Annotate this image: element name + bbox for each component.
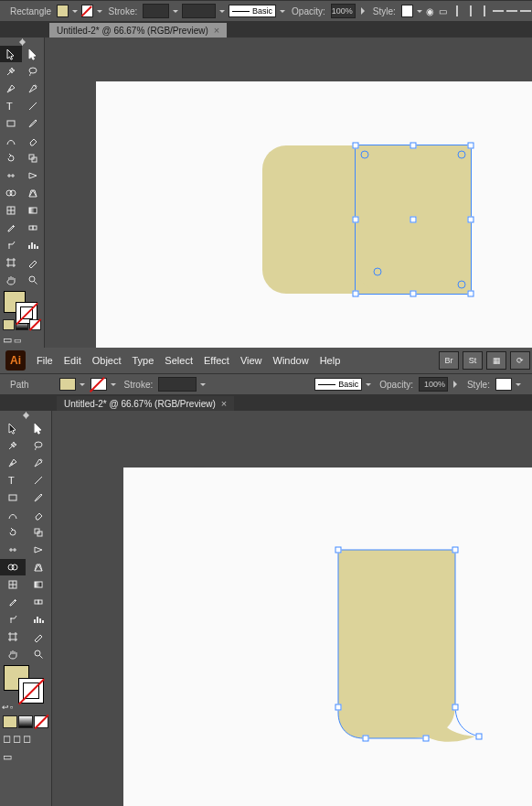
artboard[interactable] bbox=[96, 81, 532, 349]
color-proxy[interactable] bbox=[0, 665, 51, 700]
blend-tool[interactable] bbox=[27, 594, 52, 610]
gpu-icon[interactable]: ⟳ bbox=[510, 351, 530, 370]
shaper-tool[interactable] bbox=[0, 133, 22, 149]
stroke-swatch[interactable] bbox=[90, 378, 107, 391]
brush-dd[interactable] bbox=[280, 8, 283, 14]
mesh-tool[interactable] bbox=[0, 202, 22, 219]
stroke-weight-field[interactable] bbox=[158, 377, 197, 392]
menu-type[interactable]: Type bbox=[127, 355, 160, 366]
corner-widget-bl[interactable] bbox=[374, 268, 382, 276]
shape-rounded-rect-selected[interactable] bbox=[356, 145, 471, 294]
fill-dd[interactable] bbox=[80, 382, 85, 387]
line-tool[interactable] bbox=[27, 472, 52, 489]
stroke-swatch[interactable] bbox=[81, 5, 93, 17]
vsp-dd[interactable] bbox=[219, 8, 223, 14]
rotate-tool[interactable] bbox=[0, 150, 22, 167]
paintbrush-tool[interactable] bbox=[23, 115, 45, 132]
selection-tool[interactable] bbox=[0, 420, 26, 436]
slice-tool[interactable] bbox=[23, 254, 45, 271]
hand-tool[interactable] bbox=[0, 272, 22, 288]
blend-tool[interactable] bbox=[23, 220, 45, 236]
rectangle-tool[interactable] bbox=[0, 115, 22, 132]
hand-tool[interactable] bbox=[0, 646, 26, 662]
workspace[interactable]: G system.com bbox=[52, 411, 532, 806]
stroke-dd[interactable] bbox=[111, 382, 116, 387]
fill-swatch[interactable] bbox=[59, 378, 76, 391]
free-transform-tool[interactable] bbox=[23, 167, 45, 184]
slice-tool[interactable] bbox=[27, 629, 52, 645]
align-top-icon[interactable] bbox=[492, 4, 505, 18]
rotate-tool[interactable] bbox=[0, 524, 26, 541]
color-mode-icon[interactable] bbox=[3, 319, 15, 331]
opacity-more-icon[interactable] bbox=[453, 381, 459, 388]
eyedropper-tool[interactable] bbox=[0, 594, 26, 610]
shaper-tool[interactable] bbox=[0, 507, 26, 523]
direct-selection-tool[interactable] bbox=[27, 420, 52, 436]
lasso-tool[interactable] bbox=[27, 437, 52, 454]
brush-dd[interactable] bbox=[366, 382, 371, 387]
style-swatch[interactable] bbox=[495, 378, 512, 391]
symbol-sprayer-tool[interactable] bbox=[0, 611, 26, 628]
type-tool[interactable]: T bbox=[0, 98, 22, 114]
magic-wand-tool[interactable] bbox=[0, 63, 22, 80]
tools-grip[interactable] bbox=[0, 411, 51, 420]
menu-view[interactable]: View bbox=[235, 355, 268, 366]
zoom-tool[interactable] bbox=[27, 646, 52, 662]
corner-widget-tr[interactable] bbox=[458, 151, 466, 159]
style-dd[interactable] bbox=[417, 8, 420, 14]
screen-mode-icon[interactable]: ▭ bbox=[3, 751, 12, 763]
menu-file[interactable]: File bbox=[31, 355, 59, 366]
vsp-field[interactable] bbox=[182, 4, 216, 18]
opacity-more-icon[interactable] bbox=[361, 7, 365, 15]
pen-tool[interactable] bbox=[0, 81, 22, 97]
align-hcenter-icon[interactable] bbox=[464, 4, 477, 18]
magic-wand-tool[interactable] bbox=[0, 437, 26, 454]
gradient-mode-icon[interactable] bbox=[18, 715, 33, 728]
none-mode-icon[interactable] bbox=[34, 715, 48, 728]
lasso-tool[interactable] bbox=[23, 63, 45, 80]
tools-grip[interactable] bbox=[0, 38, 44, 46]
close-icon[interactable]: × bbox=[214, 25, 219, 36]
eraser-tool[interactable] bbox=[27, 507, 52, 523]
menu-help[interactable]: Help bbox=[314, 355, 346, 366]
corner-widget-tl[interactable] bbox=[361, 151, 369, 159]
scale-tool[interactable] bbox=[23, 150, 45, 167]
column-graph-tool[interactable] bbox=[27, 611, 52, 628]
perspective-tool[interactable] bbox=[23, 185, 45, 201]
arrange-docs-icon[interactable]: ▦ bbox=[486, 351, 506, 370]
ai-logo[interactable]: Ai bbox=[5, 350, 26, 371]
eraser-tool[interactable] bbox=[23, 133, 45, 149]
close-icon[interactable]: × bbox=[221, 398, 227, 409]
artboard-tool[interactable] bbox=[0, 254, 22, 271]
curvature-tool[interactable] bbox=[27, 455, 52, 471]
menu-edit[interactable]: Edit bbox=[59, 355, 87, 366]
paintbrush-tool[interactable] bbox=[27, 489, 52, 506]
artboard[interactable] bbox=[123, 467, 532, 806]
align-right-icon[interactable] bbox=[478, 4, 491, 18]
align-vcenter-icon[interactable] bbox=[505, 4, 518, 18]
draw-inside-icon[interactable]: ◻ bbox=[23, 733, 31, 745]
stroke-weight-dd[interactable] bbox=[173, 8, 176, 14]
pen-tool[interactable] bbox=[0, 455, 26, 471]
corner-widget-br[interactable] bbox=[458, 281, 466, 289]
shape-path-selected[interactable] bbox=[338, 550, 455, 738]
doc-tab[interactable]: Untitled-2* @ 66.67% (RGB/Preview) × bbox=[49, 23, 227, 38]
free-transform-tool[interactable] bbox=[27, 542, 52, 558]
screen-mode-icon[interactable]: ▭ bbox=[3, 334, 12, 346]
opacity-field[interactable]: 100% bbox=[419, 377, 448, 392]
color-proxy[interactable] bbox=[0, 291, 44, 317]
gradient-tool[interactable] bbox=[27, 576, 52, 593]
workspace[interactable] bbox=[45, 38, 532, 349]
shape-builder-tool[interactable] bbox=[0, 559, 26, 575]
shape-builder-tool[interactable] bbox=[0, 185, 22, 201]
column-graph-tool[interactable] bbox=[23, 237, 45, 253]
align-left-icon[interactable] bbox=[451, 4, 463, 18]
line-tool[interactable] bbox=[23, 98, 45, 114]
globe-icon[interactable]: ◉ bbox=[426, 4, 436, 18]
stroke-dropdown-icon[interactable] bbox=[97, 8, 101, 14]
align-bottom-icon[interactable] bbox=[519, 4, 532, 18]
brush-def-field[interactable]: Basic bbox=[229, 5, 276, 17]
style-dd[interactable] bbox=[516, 382, 521, 387]
default-proxy-icon[interactable]: ▫ bbox=[10, 703, 13, 712]
screen-mode-switch-icon[interactable]: ▭ bbox=[14, 336, 22, 345]
